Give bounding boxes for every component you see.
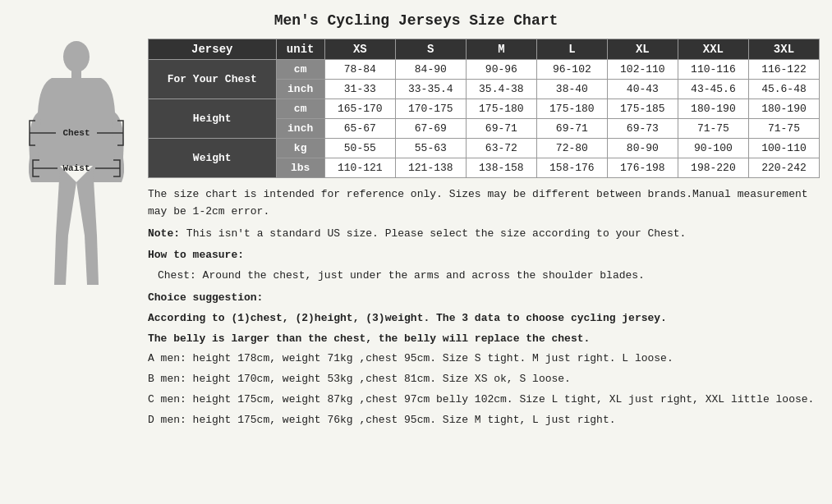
height-inch-s: 67-69 xyxy=(395,119,466,139)
weight-lbs-s: 121-138 xyxy=(395,158,466,178)
col-header-unit: unit xyxy=(276,39,324,60)
height-inch-xl: 69-73 xyxy=(607,119,678,139)
height-inch-3xl: 71-75 xyxy=(748,119,819,139)
chest-cm-l: 96-102 xyxy=(536,60,607,80)
weight-kg-xxl: 90-100 xyxy=(678,139,748,158)
chest-label: For Your Chest xyxy=(149,60,277,99)
height-inch-l: 69-71 xyxy=(536,119,607,139)
notes-section: The size chart is intended for reference… xyxy=(148,186,820,429)
svg-rect-1 xyxy=(71,70,81,78)
weight-kg-xs: 50-55 xyxy=(324,139,395,158)
weight-lbs-xxl: 198-220 xyxy=(678,158,748,178)
height-cm-xxl: 180-190 xyxy=(678,99,748,119)
chest-inch-l: 38-40 xyxy=(536,80,607,99)
height-cm-m: 175-180 xyxy=(466,99,536,119)
height-inch-unit: inch xyxy=(276,119,324,139)
weight-kg-unit: kg xyxy=(276,139,324,158)
body-figure: Chest Waist xyxy=(23,39,130,293)
how-to-label: How to measure: xyxy=(148,247,820,264)
weight-lbs-xs: 110-121 xyxy=(324,158,395,178)
table-row: Weight kg 50-55 55-63 63-72 72-80 80-90 … xyxy=(149,139,820,158)
height-cm-3xl: 180-190 xyxy=(748,99,819,119)
height-cm-xl: 175-185 xyxy=(607,99,678,119)
chest-cm-3xl: 116-122 xyxy=(748,60,819,80)
weight-lbs-unit: lbs xyxy=(276,158,324,178)
chest-cm-xxl: 110-116 xyxy=(678,60,748,80)
col-header-xs: XS xyxy=(324,39,395,60)
height-label: Height xyxy=(149,99,277,139)
note-label: Note: xyxy=(148,227,180,240)
size-chart-table: Jersey unit XS S M L XL XXL 3XL For Your… xyxy=(148,39,820,178)
weight-kg-s: 55-63 xyxy=(395,139,466,158)
chest-cm-s: 84-90 xyxy=(395,60,466,80)
choice-text-2: The belly is larger than the chest, the … xyxy=(148,331,820,348)
chest-inch-3xl: 45.6-48 xyxy=(748,80,819,99)
chest-inch-m: 35.4-38 xyxy=(466,80,536,99)
example-a: A men: height 178cm, weight 71kg ,chest … xyxy=(148,351,820,368)
example-c: C men: height 175cm, weight 87kg ,chest … xyxy=(148,392,820,409)
col-header-s: S xyxy=(395,39,466,60)
svg-text:Chest: Chest xyxy=(62,128,90,138)
col-header-jersey: Jersey xyxy=(149,39,277,60)
weight-lbs-xl: 176-198 xyxy=(607,158,678,178)
chest-cm-unit: cm xyxy=(276,60,324,80)
note-line: Note: This isn't a standard US size. Ple… xyxy=(148,226,820,243)
chest-cm-xs: 78-84 xyxy=(324,60,395,80)
col-header-xxl: XXL xyxy=(678,39,748,60)
weight-lbs-l: 158-176 xyxy=(536,158,607,178)
col-header-xl: XL xyxy=(607,39,678,60)
disclaimer-text: The size chart is intended for reference… xyxy=(148,186,820,221)
weight-kg-l: 72-80 xyxy=(536,139,607,158)
example-b: B men: height 170cm, weight 53kg ,chest … xyxy=(148,371,820,388)
height-cm-s: 170-175 xyxy=(395,99,466,119)
weight-lbs-3xl: 220-242 xyxy=(748,158,819,178)
svg-text:Waist: Waist xyxy=(62,163,90,173)
col-header-m: M xyxy=(466,39,536,60)
weight-kg-xl: 80-90 xyxy=(607,139,678,158)
page-title: Men's Cycling Jerseys Size Chart xyxy=(12,12,820,29)
col-header-3xl: 3XL xyxy=(748,39,819,60)
height-cm-unit: cm xyxy=(276,99,324,119)
weight-label: Weight xyxy=(149,139,277,178)
note-text-content: This isn't a standard US size. Please se… xyxy=(186,227,687,240)
choice-text-1: According to (1)chest, (2)height, (3)wei… xyxy=(148,310,820,328)
weight-lbs-m: 138-158 xyxy=(466,158,536,178)
chest-inch-xl: 40-43 xyxy=(607,80,678,99)
height-inch-m: 69-71 xyxy=(466,119,536,139)
svg-point-0 xyxy=(63,41,90,72)
weight-kg-3xl: 100-110 xyxy=(748,139,819,158)
example-d: D men: height 175cm, weight 76kg ,chest … xyxy=(148,412,820,429)
chest-cm-xl: 102-110 xyxy=(607,60,678,80)
height-inch-xxl: 71-75 xyxy=(678,119,748,139)
chest-measure-text: Chest: Around the chest, just under the … xyxy=(148,268,820,285)
col-header-l: L xyxy=(536,39,607,60)
height-inch-xs: 65-67 xyxy=(324,119,395,139)
height-cm-l: 175-180 xyxy=(536,99,607,119)
chest-inch-s: 33-35.4 xyxy=(395,80,466,99)
table-row: Height cm 165-170 170-175 175-180 175-18… xyxy=(149,99,820,119)
chest-inch-xs: 31-33 xyxy=(324,80,395,99)
chest-inch-xxl: 43-45.6 xyxy=(678,80,748,99)
chest-inch-unit: inch xyxy=(276,80,324,99)
table-row: For Your Chest cm 78-84 84-90 90-96 96-1… xyxy=(149,60,820,80)
choice-label: Choice suggestion: xyxy=(148,290,820,307)
chest-cm-m: 90-96 xyxy=(466,60,536,80)
height-cm-xs: 165-170 xyxy=(324,99,395,119)
weight-kg-m: 63-72 xyxy=(466,139,536,158)
